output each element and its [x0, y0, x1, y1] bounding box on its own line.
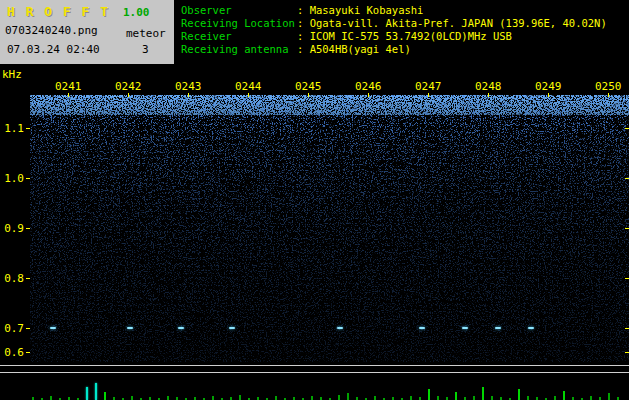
time-tick-label: 0249 — [535, 80, 561, 93]
freq-tick-left — [26, 128, 30, 129]
meteor-echo-dot — [127, 327, 133, 329]
signal-bar — [275, 396, 277, 400]
signal-bar — [239, 395, 241, 400]
signal-bar — [563, 391, 565, 400]
signal-bar — [482, 387, 484, 400]
freq-tick-label: 1.1 — [0, 122, 24, 135]
time-tick — [128, 93, 129, 97]
freq-tick-left — [26, 178, 30, 179]
time-tick — [188, 93, 189, 97]
signal-bar — [95, 383, 97, 400]
meteor-echo-dot — [528, 327, 534, 329]
time-tick — [428, 93, 429, 97]
freq-tick-left — [26, 352, 30, 353]
signal-bar — [491, 396, 493, 400]
freq-tick-label: 1.0 — [0, 172, 24, 185]
time-tick-label: 0244 — [235, 80, 261, 93]
freq-tick-left — [26, 228, 30, 229]
meteor-echo-dot — [50, 327, 56, 329]
signal-bar — [131, 396, 133, 400]
freq-tick-label: 0.6 — [0, 346, 24, 359]
signal-bar — [428, 389, 430, 400]
freq-tick-right — [625, 228, 629, 229]
freq-tick-right — [625, 178, 629, 179]
time-tick — [368, 93, 369, 97]
meteor-echo-dot — [337, 327, 343, 329]
signal-bar — [311, 396, 313, 400]
freq-tick-right — [625, 128, 629, 129]
time-tick-label: 0245 — [295, 80, 321, 93]
meteor-echo-dot — [178, 327, 184, 329]
time-tick — [308, 93, 309, 97]
signal-bar — [473, 396, 475, 400]
freq-tick-label: 0.9 — [0, 222, 24, 235]
meteor-echo-dot — [419, 327, 425, 329]
time-tick — [68, 93, 69, 97]
signal-bar — [374, 396, 376, 400]
time-tick-label: 0242 — [115, 80, 141, 93]
time-tick — [548, 93, 549, 97]
time-tick-label: 0241 — [55, 80, 81, 93]
time-tick-label: 0246 — [355, 80, 381, 93]
signal-bar — [455, 392, 457, 400]
chart-overlay: kHz 024102420243024402450246024702480249… — [0, 0, 629, 400]
time-tick — [248, 93, 249, 97]
khz-unit-label: kHz — [2, 68, 22, 81]
freq-tick-label: 0.8 — [0, 272, 24, 285]
time-tick-label: 0243 — [175, 80, 201, 93]
meteor-echo-dot — [229, 327, 235, 329]
signal-bar — [518, 389, 520, 400]
signal-bar — [167, 396, 169, 400]
freq-tick-right — [625, 328, 629, 329]
signal-bar — [347, 393, 349, 400]
freq-tick-left — [26, 278, 30, 279]
freq-tick-left — [26, 328, 30, 329]
meteor-echo-dot — [462, 327, 468, 329]
signal-bar — [86, 387, 88, 400]
time-tick-label: 0250 — [595, 80, 621, 93]
signal-bar — [338, 395, 340, 400]
hrofft-screen: H R O F F T 1.00 0703240240.png meteor 0… — [0, 0, 629, 400]
signal-bar — [608, 393, 610, 400]
signal-bar — [212, 396, 214, 400]
signal-bar — [590, 396, 592, 400]
signal-bar — [50, 396, 52, 400]
signal-bar — [437, 396, 439, 400]
time-tick-label: 0248 — [475, 80, 501, 93]
freq-tick-right — [625, 352, 629, 353]
time-tick — [488, 93, 489, 97]
time-tick — [608, 93, 609, 97]
time-tick-label: 0247 — [415, 80, 441, 93]
signal-bar — [410, 396, 412, 400]
freq-tick-right — [625, 278, 629, 279]
freq-tick-label: 0.7 — [0, 322, 24, 335]
signal-bar — [527, 396, 529, 400]
signal-bar — [554, 396, 556, 400]
meteor-echo-dot — [495, 327, 501, 329]
signal-bar — [104, 392, 106, 400]
